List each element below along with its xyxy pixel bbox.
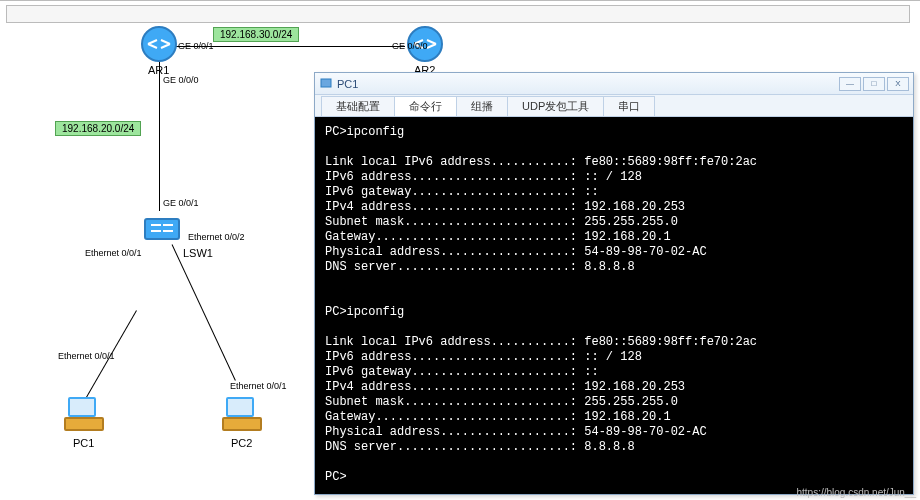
window-icon (319, 76, 333, 92)
label-pc2: PC2 (231, 437, 252, 449)
maximize-button[interactable]: □ (863, 77, 885, 91)
port-lsw1-left: Ethernet 0/0/1 (85, 248, 142, 258)
svg-rect-2 (145, 219, 179, 239)
device-ar1[interactable] (137, 25, 181, 69)
window-title: PC1 (337, 78, 837, 90)
svg-rect-4 (65, 418, 103, 430)
separator-bar (6, 5, 910, 23)
router-icon (140, 25, 178, 63)
pc-icon (221, 396, 263, 436)
tab-cli[interactable]: 命令行 (394, 96, 457, 116)
svg-point-0 (142, 27, 176, 61)
link-ar1-lsw1[interactable] (159, 61, 160, 211)
minimize-button[interactable]: — (839, 77, 861, 91)
subnet-ar1-ar2[interactable]: 192.168.30.0/24 (213, 27, 299, 42)
port-ar1-right: GE 0/0/1 (178, 41, 214, 51)
svg-rect-3 (69, 398, 95, 416)
terminal-output[interactable]: PC>ipconfig Link local IPv6 address.....… (315, 117, 913, 494)
label-pc1: PC1 (73, 437, 94, 449)
svg-rect-6 (223, 418, 261, 430)
svg-rect-5 (227, 398, 253, 416)
pc-icon (63, 396, 105, 436)
port-ar1-down: GE 0/0/0 (163, 75, 199, 85)
tab-strip: 基础配置 命令行 组播 UDP发包工具 串口 (315, 95, 913, 117)
device-pc1[interactable] (62, 396, 106, 440)
port-pc1-up: Ethernet 0/0/1 (58, 351, 115, 361)
port-lsw1-up: GE 0/0/1 (163, 198, 199, 208)
port-ar2-left: GE 0/0/0 (392, 41, 428, 51)
close-button[interactable]: X (887, 77, 909, 91)
tab-udp-tool[interactable]: UDP发包工具 (507, 96, 604, 116)
label-lsw1: LSW1 (183, 247, 213, 259)
svg-rect-7 (321, 79, 331, 87)
tab-multicast[interactable]: 组播 (456, 96, 508, 116)
device-lsw1[interactable] (140, 211, 184, 255)
tab-basic-config[interactable]: 基础配置 (321, 96, 395, 116)
subnet-ar1-lsw1[interactable]: 192.168.20.0/24 (55, 121, 141, 136)
tab-serial[interactable]: 串口 (603, 96, 655, 116)
port-lsw1-right: Ethernet 0/0/2 (188, 232, 245, 242)
watermark: https://blog.csdn.net/Jun__ (796, 487, 916, 498)
titlebar[interactable]: PC1 — □ X (315, 73, 913, 95)
device-pc2[interactable] (220, 396, 264, 440)
pc1-terminal-window[interactable]: PC1 — □ X 基础配置 命令行 组播 UDP发包工具 串口 PC>ipco… (314, 72, 914, 495)
switch-icon (141, 211, 183, 245)
port-pc2-up: Ethernet 0/0/1 (230, 381, 287, 391)
link-lsw1-pc2[interactable] (172, 244, 236, 380)
